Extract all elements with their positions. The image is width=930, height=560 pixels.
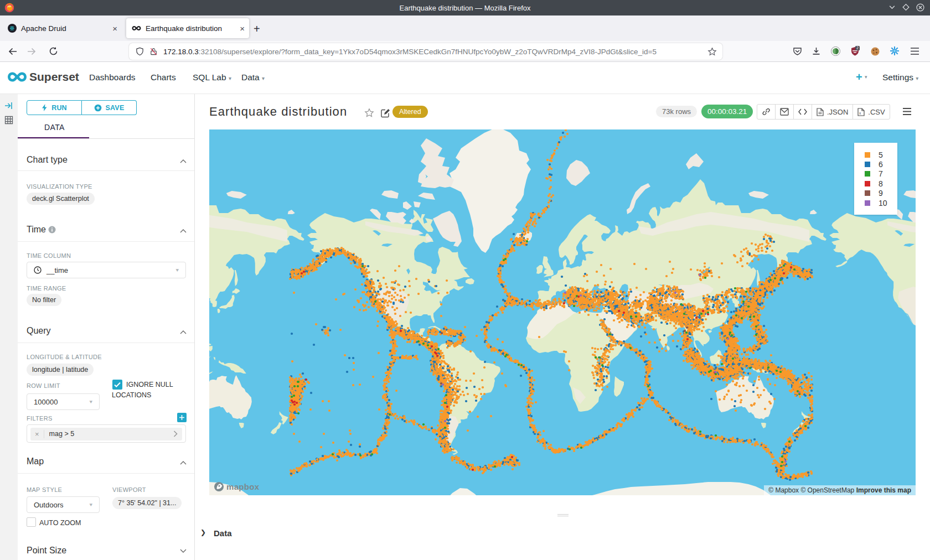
svg-text:x: x [859,111,861,115]
svg-text:2: 2 [856,46,859,50]
